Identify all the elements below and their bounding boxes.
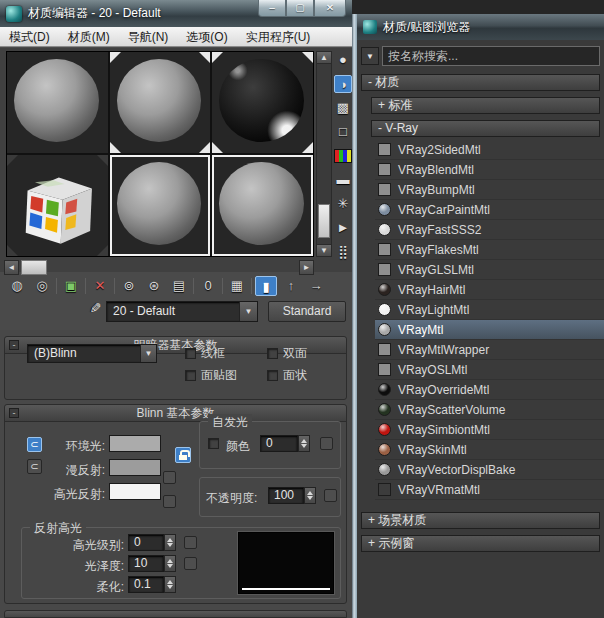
go-to-parent-icon[interactable]: ↑	[280, 276, 302, 296]
search-input[interactable]	[382, 46, 600, 66]
blinn-rollout-header[interactable]: - Blinn 基本参数	[5, 405, 346, 422]
sample-vertical-scrollbar[interactable]: ▲ ▼	[316, 51, 332, 257]
backlight-icon[interactable]: ◑	[334, 75, 352, 93]
section-vray[interactable]: - V-Ray	[371, 120, 600, 137]
sample-type-icon[interactable]: ●	[334, 51, 352, 69]
material-list-item[interactable]: VRayFlakesMtl	[375, 240, 604, 260]
scroll-up-icon[interactable]: ▲	[316, 51, 332, 64]
material-list-item[interactable]: VRayVRmatMtl	[375, 480, 604, 500]
put-to-library-icon[interactable]: ▤	[168, 276, 190, 296]
material-list-item[interactable]: VRayFastSSS2	[375, 220, 604, 240]
show-end-result-icon[interactable]: ▮	[255, 276, 277, 296]
menu-options[interactable]: 选项(O)	[177, 27, 236, 47]
ambient-diffuse-lock-button[interactable]: ⊂	[27, 437, 42, 452]
sample-slot-6[interactable]	[212, 155, 313, 256]
material-list-item[interactable]: VRayCarPaintMtl	[375, 200, 604, 220]
minimize-button-icon[interactable]: –	[258, 0, 286, 17]
self-illumination-stepper[interactable]	[298, 435, 310, 452]
specular-color-swatch[interactable]	[109, 483, 161, 500]
material-list-item[interactable]: VRayOSLMtl	[375, 360, 604, 380]
vertical-scroll-thumb[interactable]	[318, 204, 330, 238]
material-list-item[interactable]: VRayOverrideMtl	[375, 380, 604, 400]
sample-slot-3[interactable]	[212, 52, 313, 153]
select-by-material-icon[interactable]: ►	[334, 219, 352, 237]
glossiness-map-button[interactable]	[184, 557, 197, 570]
section-sample-windows[interactable]: + 示例窗	[361, 535, 600, 552]
sample-slot-4[interactable]	[7, 155, 108, 256]
material-list-item[interactable]: VRayBumpMtl	[375, 180, 604, 200]
material-type-button[interactable]: Standard	[268, 301, 346, 322]
sample-horizontal-scrollbar[interactable]: ◄ ►	[4, 260, 314, 275]
material-list-item[interactable]: VRayMtlWrapper	[375, 340, 604, 360]
menu-mode[interactable]: 模式(D)	[0, 27, 59, 47]
self-illumination-value[interactable]: 0	[260, 435, 298, 452]
opacity-value[interactable]: 100	[268, 487, 304, 504]
scroll-left-icon[interactable]: ◄	[4, 260, 19, 275]
close-button-icon[interactable]: ✕	[314, 0, 346, 17]
specular-level-map-button[interactable]	[184, 536, 197, 549]
soften-value[interactable]: 0.1	[128, 576, 164, 593]
pick-material-eyedropper-icon[interactable]: ✎	[83, 302, 103, 320]
menu-material[interactable]: 材质(M)	[59, 27, 119, 47]
make-preview-icon[interactable]: ▬	[334, 171, 352, 189]
material-list-item[interactable]: VRaySimbiontMtl	[375, 420, 604, 440]
material-list-item[interactable]: VRayHairMtl	[375, 280, 604, 300]
menu-utilities[interactable]: 实用程序(U)	[237, 27, 320, 47]
section-scene-materials[interactable]: + 场景材质	[361, 512, 600, 529]
shader-type-dropdown[interactable]: (B)Blinn ▼	[27, 344, 157, 363]
material-list-item[interactable]: VRay2SidedMtl	[375, 140, 604, 160]
scroll-right-icon[interactable]: ►	[299, 260, 314, 275]
make-material-copy-icon[interactable]: ⊚	[118, 276, 140, 296]
opacity-map-button[interactable]	[324, 489, 337, 502]
editor-titlebar[interactable]: 材质编辑器 - 20 - Default – ▢ ✕	[0, 0, 352, 27]
specular-level-value[interactable]: 0	[128, 534, 164, 551]
material-list-item[interactable]: VRayVectorDisplBake	[375, 460, 604, 480]
make-unique-icon[interactable]: ⊛	[143, 276, 165, 296]
video-color-check-icon[interactable]	[334, 149, 352, 163]
sample-slot-2[interactable]	[110, 52, 211, 153]
wireframe-checkbox[interactable]	[185, 348, 196, 359]
browser-titlebar[interactable]: 材质/贴图浏览器	[357, 14, 604, 40]
maximize-button-icon[interactable]: ▢	[286, 0, 314, 17]
material-name-dropdown[interactable]: 20 - Default ▼	[106, 301, 258, 322]
material-list-item[interactable]: VRayBlendMtl	[375, 160, 604, 180]
faceted-checkbox[interactable]	[267, 370, 278, 381]
sample-slot-1[interactable]	[7, 52, 108, 153]
diffuse-color-swatch[interactable]	[109, 459, 161, 476]
menu-navigation[interactable]: 导航(N)	[119, 27, 178, 47]
go-forward-to-sibling-icon[interactable]: →	[305, 276, 327, 296]
chevron-down-icon[interactable]: ▼	[239, 302, 257, 321]
diffuse-specular-lock-button[interactable]: ⊂	[27, 459, 42, 474]
material-list-item[interactable]: VRayGLSLMtl	[375, 260, 604, 280]
scroll-down-icon[interactable]: ▼	[316, 244, 332, 257]
material-id-channel-icon[interactable]: 0	[197, 276, 219, 296]
section-standard[interactable]: + 标准	[371, 97, 600, 114]
collapse-icon[interactable]: -	[9, 340, 19, 350]
soften-stepper[interactable]	[164, 576, 176, 593]
glossiness-value[interactable]: 10	[128, 555, 164, 572]
material-list-item[interactable]: VRayLightMtl	[375, 300, 604, 320]
diffuse-map-button[interactable]	[163, 471, 176, 484]
get-material-icon[interactable]: ◍	[6, 276, 28, 296]
background-icon[interactable]: ▩	[334, 99, 352, 117]
put-material-to-scene-icon[interactable]: ◎	[31, 276, 53, 296]
self-illumination-checkbox[interactable]	[208, 438, 219, 449]
glossiness-stepper[interactable]	[164, 555, 176, 572]
next-rollout-partial[interactable]	[4, 610, 347, 618]
ambient-color-swatch[interactable]	[109, 435, 161, 452]
opacity-stepper[interactable]	[304, 487, 316, 504]
section-materials[interactable]: - 材质	[361, 74, 600, 91]
ambient-diffuse-padlock-icon[interactable]	[175, 447, 191, 463]
horizontal-scroll-thumb[interactable]	[21, 260, 47, 275]
material-list-item[interactable]: VRaySkinMtl	[375, 440, 604, 460]
sample-uv-tiling-icon[interactable]: □	[334, 123, 352, 141]
show-shaded-material-in-viewport-icon[interactable]: ▦	[226, 276, 248, 296]
face-map-checkbox[interactable]	[185, 370, 196, 381]
specular-map-button[interactable]	[163, 495, 176, 508]
specular-level-stepper[interactable]	[164, 534, 176, 551]
self-illumination-map-button[interactable]	[320, 437, 333, 450]
material-map-navigator-icon[interactable]: ⣿	[334, 243, 352, 261]
material-list-item-selected[interactable]: VRayMtl	[375, 320, 604, 340]
reset-map-mtl-icon[interactable]: ✕	[89, 276, 111, 296]
two-sided-checkbox[interactable]	[267, 348, 278, 359]
